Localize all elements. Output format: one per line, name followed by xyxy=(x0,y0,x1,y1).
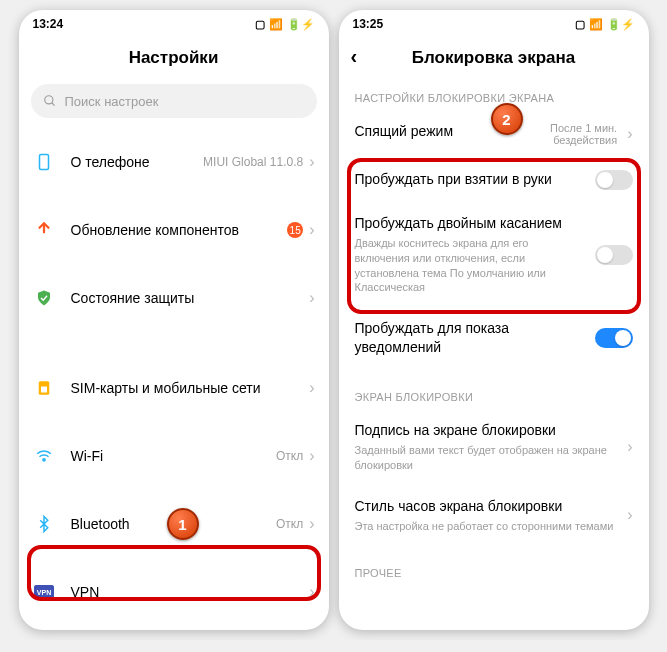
search-placeholder: Поиск настроек xyxy=(65,94,159,109)
phone-right: 13:25 ▢ 📶 🔋⚡ ‹ Блокировка экрана НАСТРОЙ… xyxy=(339,10,649,630)
page-header: ‹ Блокировка экрана xyxy=(339,38,649,78)
row-value: Откл xyxy=(276,449,303,463)
page-title: Настройки xyxy=(19,38,329,78)
svg-rect-4 xyxy=(41,387,47,393)
chevron-right-icon: › xyxy=(309,153,314,171)
row-value: После 1 мин. бездействия xyxy=(527,122,617,146)
row-title: Стиль часов экрана блокировки xyxy=(355,497,618,516)
svg-text:VPN: VPN xyxy=(36,589,50,596)
lockscreen-settings-list[interactable]: НАСТРОЙКИ БЛОКИРОВКИ ЭКРАНА Спящий режим… xyxy=(339,78,649,630)
section-header: ЭКРАН БЛОКИРОВКИ xyxy=(339,369,649,409)
row-double-tap-wake[interactable]: Пробуждать двойным касанием Дважды косни… xyxy=(339,202,649,307)
chevron-right-icon: › xyxy=(627,506,632,524)
section-header: НАСТРОЙКИ БЛОКИРОВКИ ЭКРАНА xyxy=(339,78,649,110)
row-label: Wi-Fi xyxy=(71,448,276,464)
phone-left: 13:24 ▢ 📶 🔋⚡ Настройки Поиск настроек О … xyxy=(19,10,329,630)
update-badge: 15 xyxy=(287,222,303,238)
svg-point-0 xyxy=(44,96,52,104)
row-lockscreen-signature[interactable]: Подпись на экране блокировки Заданный ва… xyxy=(339,409,649,485)
chevron-right-icon: › xyxy=(309,515,314,533)
row-label: О телефоне xyxy=(71,154,204,170)
row-label: Обновление компонентов xyxy=(71,222,288,238)
shield-icon xyxy=(33,287,55,309)
chevron-right-icon: › xyxy=(627,438,632,456)
svg-point-5 xyxy=(42,459,44,461)
toggle-wake-notif[interactable] xyxy=(595,328,633,348)
marker-2: 2 xyxy=(491,103,523,135)
row-wake-for-notif[interactable]: Пробуждать для показа уведомлений xyxy=(339,307,649,369)
row-subtitle: Дважды коснитесь экрана для его включени… xyxy=(355,236,585,295)
svg-line-1 xyxy=(51,103,54,106)
signal-icon: 📶 xyxy=(269,18,283,31)
row-title: Пробуждать для показа уведомлений xyxy=(355,319,585,357)
sim-icon xyxy=(33,377,55,399)
row-connection[interactable]: Подключение и общий доступ › xyxy=(19,626,329,630)
chevron-right-icon: › xyxy=(309,447,314,465)
chevron-right-icon: › xyxy=(627,125,632,143)
row-subtitle: Заданный вами текст будет отображен на э… xyxy=(355,443,618,473)
chevron-right-icon: › xyxy=(309,221,314,239)
row-title: Пробуждать при взятии в руки xyxy=(355,170,585,189)
phone-icon xyxy=(33,151,55,173)
chevron-right-icon: › xyxy=(309,379,314,397)
row-label: SIM-карты и мобильные сети xyxy=(71,380,310,396)
status-time: 13:24 xyxy=(33,17,64,31)
search-icon xyxy=(43,94,57,108)
row-title: Пробуждать двойным касанием xyxy=(355,214,585,233)
row-sim[interactable]: SIM-карты и мобильные сети › xyxy=(19,354,329,422)
row-label: VPN xyxy=(71,584,310,600)
row-about-phone[interactable]: О телефоне MIUI Global 11.0.8 › xyxy=(19,128,329,196)
row-vpn[interactable]: VPN VPN › xyxy=(19,558,329,626)
vpn-icon: VPN xyxy=(33,581,55,603)
section-header: ПРОЧЕЕ xyxy=(339,545,649,585)
row-wifi[interactable]: Wi-Fi Откл › xyxy=(19,422,329,490)
battery-icon: 🔋⚡ xyxy=(607,18,635,31)
sim-icon: ▢ xyxy=(255,18,265,31)
toggle-double-tap[interactable] xyxy=(595,245,633,265)
status-icons: ▢ 📶 🔋⚡ xyxy=(575,18,635,31)
signal-icon: 📶 xyxy=(589,18,603,31)
row-updates[interactable]: Обновление компонентов 15 › xyxy=(19,196,329,264)
marker-1: 1 xyxy=(167,508,199,540)
bluetooth-icon xyxy=(33,513,55,535)
svg-rect-2 xyxy=(39,155,48,170)
row-security[interactable]: Состояние защиты › xyxy=(19,264,329,332)
statusbar: 13:24 ▢ 📶 🔋⚡ xyxy=(19,10,329,38)
row-raise-to-wake[interactable]: Пробуждать при взятии в руки xyxy=(339,158,649,202)
row-value: Откл xyxy=(276,517,303,531)
sim-icon: ▢ xyxy=(575,18,585,31)
wifi-icon xyxy=(33,445,55,467)
page-title: Блокировка экрана xyxy=(412,48,576,68)
row-subtitle: Эта настройка не работает со сторонними … xyxy=(355,519,618,534)
row-title: Подпись на экране блокировки xyxy=(355,421,618,440)
update-icon xyxy=(33,219,55,241)
row-value: MIUI Global 11.0.8 xyxy=(203,155,303,169)
chevron-right-icon: › xyxy=(309,289,314,307)
statusbar: 13:25 ▢ 📶 🔋⚡ xyxy=(339,10,649,38)
toggle-raise-to-wake[interactable] xyxy=(595,170,633,190)
battery-icon: 🔋⚡ xyxy=(287,18,315,31)
back-button[interactable]: ‹ xyxy=(351,46,358,66)
settings-list[interactable]: О телефоне MIUI Global 11.0.8 › Обновлен… xyxy=(19,128,329,630)
status-time: 13:25 xyxy=(353,17,384,31)
chevron-right-icon: › xyxy=(309,583,314,601)
row-clock-style[interactable]: Стиль часов экрана блокировки Эта настро… xyxy=(339,485,649,546)
row-label: Состояние защиты xyxy=(71,290,310,306)
status-icons: ▢ 📶 🔋⚡ xyxy=(255,18,315,31)
search-input[interactable]: Поиск настроек xyxy=(31,84,317,118)
